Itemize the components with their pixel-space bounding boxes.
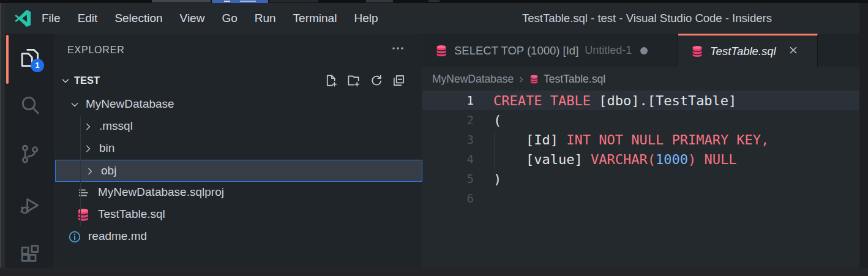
code-text: [Id] INT NOT NULL PRIMARY KEY, — [474, 132, 769, 147]
menu-item-view[interactable]: View — [171, 8, 214, 29]
tree-item-obj[interactable]: obj — [55, 160, 422, 182]
tree-item-label: bin — [99, 141, 114, 155]
tree-item-mynewdatabase-sqlproj[interactable]: MyNewDatabase.sqlproj — [54, 182, 422, 204]
screen-edge-artifact — [224, 1, 230, 2]
database-icon — [76, 207, 91, 222]
activity-badge: 1 — [31, 59, 44, 72]
vscode-insiders-logo-icon — [13, 9, 32, 28]
menu-item-run[interactable]: Run — [246, 8, 285, 29]
code-segment: INT NOT NULL PRIMARY KEY, — [566, 132, 769, 147]
ellipsis-icon — [391, 41, 405, 58]
tree-item-testtable-sql[interactable]: TestTable.sql — [54, 204, 422, 226]
menu-label: File — [42, 12, 61, 25]
window-title: TestTable.sql - test - Visual Studio Cod… — [522, 3, 772, 34]
screen-edge-artifact — [240, 1, 256, 2]
section-header-test[interactable]: TEST — [54, 70, 422, 94]
breadcrumb-item[interactable]: TestTable.sql — [544, 73, 605, 86]
sidebar-title: EXPLORER — [67, 45, 125, 56]
tree-item-mynewdatabase[interactable]: MyNewDatabase — [54, 94, 422, 116]
screen-edge-artifact — [859, 3, 868, 267]
code-segment: VARCHAR( — [591, 152, 656, 167]
tree-indent-guide — [80, 116, 81, 226]
activity-item-search[interactable] — [5, 89, 54, 123]
menu-bar: FileEditSelectionViewGoRunTerminalHelp — [33, 3, 387, 34]
tab-close-button[interactable] — [786, 44, 801, 59]
screen-edge-artifact — [0, 267, 868, 276]
new-folder-button[interactable] — [346, 73, 361, 90]
extensions-icon — [18, 243, 41, 268]
line-number: 3 — [422, 133, 474, 146]
title-bar: FileEditSelectionViewGoRunTerminalHelp T… — [5, 3, 859, 34]
section-actions — [323, 73, 406, 90]
code-line-3[interactable]: 3 [Id] INT NOT NULL PRIMARY KEY, — [422, 130, 859, 149]
code-line-5[interactable]: 5) — [422, 169, 859, 188]
menu-item-terminal[interactable]: Terminal — [285, 8, 346, 29]
new-file-button[interactable] — [323, 73, 338, 90]
explorer-sidebar: EXPLORER TEST MyNewDatabase.mssqlbinobjM… — [54, 34, 422, 267]
tab-label: SELECT TOP (1000) [Id] — [454, 44, 578, 58]
collapse-folders-button[interactable] — [391, 73, 406, 90]
screen-edge-artifact — [428, 0, 440, 2]
tree-item--mssql[interactable]: .mssql — [54, 116, 422, 138]
chevron-down-icon — [69, 99, 81, 111]
code-text: ) — [474, 171, 501, 187]
line-number: 1 — [422, 94, 474, 107]
breadcrumb-item[interactable]: MyNewDatabase — [432, 73, 514, 86]
tab-bar: SELECT TOP (1000) [Id]Untitled-1TestTabl… — [422, 34, 859, 67]
menu-label: Help — [354, 12, 378, 25]
line-number: 5 — [422, 172, 474, 185]
code-segment: [Id] — [493, 132, 566, 147]
section-label: TEST — [74, 75, 100, 86]
menu-item-go[interactable]: Go — [213, 8, 245, 29]
menu-item-file[interactable]: File — [33, 8, 69, 29]
tab-label: TestTable.sql — [710, 45, 776, 58]
menu-label: View — [180, 12, 205, 25]
code-line-1[interactable]: 1CREATE TABLE [dbo].[TestTable] — [422, 91, 859, 110]
screen-edge-artifact — [152, 0, 211, 2]
menu-label: Terminal — [293, 12, 337, 25]
source-control-icon — [18, 143, 41, 168]
refresh-explorer-button[interactable] — [369, 73, 383, 90]
code-line-2[interactable]: 2( — [422, 110, 859, 130]
modified-dot-icon — [640, 47, 648, 54]
tree-item-label: MyNewDatabase.sqlproj — [98, 185, 224, 199]
menu-label: Go — [222, 12, 237, 25]
refresh-icon — [369, 73, 383, 90]
info-icon — [67, 229, 82, 244]
file-tree: MyNewDatabase.mssqlbinobjMyNewDatabase.s… — [54, 94, 422, 248]
views-and-more-actions-button[interactable] — [389, 42, 406, 57]
screen-edge-artifact — [0, 3, 5, 267]
line-number: 4 — [422, 152, 474, 166]
menu-label: Edit — [78, 12, 98, 25]
tree-item-label: obj — [101, 164, 116, 177]
debug-icon — [18, 194, 41, 219]
tree-item-bin[interactable]: bin — [54, 138, 422, 160]
code-segment: ) — [493, 171, 501, 187]
code-segment: ( — [493, 113, 501, 128]
code-line-4[interactable]: 4 [value] VARCHAR(1000) NULL — [422, 149, 859, 169]
menu-item-selection[interactable]: Selection — [106, 8, 171, 29]
code-segment: 1000 — [656, 152, 688, 167]
vscode-window: FileEditSelectionViewGoRunTerminalHelp T… — [0, 0, 868, 276]
menu-label: Run — [255, 12, 276, 25]
editor-tab-untitled-1[interactable]: SELECT TOP (1000) [Id]Untitled-1 — [422, 34, 678, 67]
activity-item-run-and-debug[interactable] — [5, 189, 54, 223]
sqlproj-icon — [76, 185, 91, 200]
database-icon — [690, 44, 704, 59]
chevron-down-icon — [59, 78, 72, 89]
menu-item-help[interactable]: Help — [345, 8, 386, 29]
code-text: ( — [474, 113, 501, 128]
editor-tab-testtable-sql[interactable]: TestTable.sql — [678, 34, 818, 67]
collapse-all-icon — [392, 73, 406, 90]
menu-item-edit[interactable]: Edit — [69, 8, 107, 29]
tree-item-label: TestTable.sql — [98, 207, 165, 221]
code-text: CREATE TABLE [dbo].[TestTable] — [474, 93, 736, 108]
code-editor[interactable]: 1CREATE TABLE [dbo].[TestTable]2(3 [Id] … — [422, 91, 859, 267]
activity-item-source-control[interactable] — [5, 138, 54, 172]
activity-item-explorer[interactable]: 1 — [5, 42, 54, 76]
code-line-6[interactable]: 6 — [422, 188, 859, 208]
tree-item-readme-md[interactable]: readme.md — [54, 226, 422, 248]
tree-item-label: .mssql — [99, 119, 133, 133]
new-folder-icon — [346, 73, 361, 90]
activity-bar: 1 — [5, 34, 54, 267]
